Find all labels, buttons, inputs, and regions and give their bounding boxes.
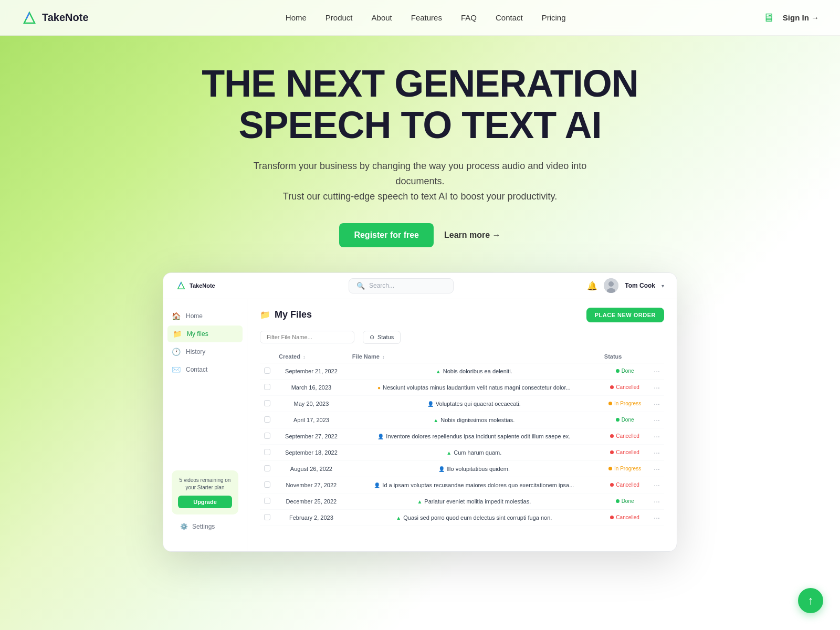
upgrade-text: 5 videos remaining on your Starter plan xyxy=(178,477,232,491)
nav-right: 🖥 Sign In → xyxy=(763,11,819,25)
nav-faq[interactable]: FAQ xyxy=(461,13,477,22)
svg-line-3 xyxy=(179,282,181,287)
nav-pricing[interactable]: Pricing xyxy=(542,13,566,22)
row-created: September 27, 2022 xyxy=(275,428,348,444)
row-actions[interactable]: ··· xyxy=(649,395,664,412)
logo-text: TakeNote xyxy=(42,12,89,24)
app-mockup-wrapper: TakeNote 🔍 Search... 🔔 Tom Co xyxy=(0,272,840,552)
row-checkbox[interactable] xyxy=(260,428,275,444)
learn-more-button[interactable]: Learn more → xyxy=(444,230,501,240)
nav-home[interactable]: Home xyxy=(286,13,307,22)
col-checkbox xyxy=(260,350,275,363)
row-actions[interactable]: ··· xyxy=(649,428,664,444)
row-actions[interactable]: ··· xyxy=(649,509,664,526)
folder-icon: 📁 xyxy=(173,330,182,338)
row-actions[interactable]: ··· xyxy=(649,412,664,428)
table-row: December 25, 2022 ▲Pariatur eveniet moli… xyxy=(260,493,664,509)
row-checkbox[interactable] xyxy=(260,493,275,509)
table-row: April 17, 2023 ▲Nobis dignissimos molest… xyxy=(260,412,664,428)
col-status: Status xyxy=(600,350,649,363)
svg-marker-0 xyxy=(24,13,35,23)
nav-features[interactable]: Features xyxy=(411,13,442,22)
nav-product[interactable]: Product xyxy=(326,13,353,22)
sidebar-item-settings[interactable]: ⚙️ Settings xyxy=(172,519,238,534)
upgrade-box: 5 videos remaining on your Starter plan … xyxy=(172,470,238,514)
row-actions[interactable]: ··· xyxy=(649,493,664,509)
scroll-up-fab[interactable]: ↑ xyxy=(798,588,823,613)
row-actions[interactable]: ··· xyxy=(649,460,664,477)
filter-circle-icon: ⊙ xyxy=(370,334,374,341)
row-filename: 👤Illo volupitatibus quidem. xyxy=(348,460,600,477)
page-title-text: My Files xyxy=(275,309,312,320)
row-actions[interactable]: ··· xyxy=(649,444,664,460)
row-status: Cancelled xyxy=(600,509,649,526)
row-status: In Progress xyxy=(600,395,649,412)
sidebar-item-history[interactable]: 🕐 History xyxy=(163,343,247,360)
row-checkbox[interactable] xyxy=(260,363,275,379)
nav-links: Home Product About Features FAQ Contact … xyxy=(286,13,566,22)
col-filename[interactable]: File Name ↕ xyxy=(348,350,600,363)
place-order-button[interactable]: PLACE NEW ORDER xyxy=(586,308,664,322)
row-created: April 17, 2023 xyxy=(275,412,348,428)
row-checkbox[interactable] xyxy=(260,379,275,395)
row-created: September 21, 2022 xyxy=(275,363,348,379)
row-checkbox[interactable] xyxy=(260,444,275,460)
mockup-logo: TakeNote xyxy=(176,280,215,291)
sidebar-history-label: History xyxy=(186,348,205,355)
main-header: 📁 My Files PLACE NEW ORDER xyxy=(260,308,664,322)
history-icon: 🕐 xyxy=(172,348,181,356)
register-button[interactable]: Register for free xyxy=(339,223,434,247)
row-checkbox[interactable] xyxy=(260,395,275,412)
settings-icon: ⚙️ xyxy=(180,523,188,530)
sidebar-item-myfiles[interactable]: 📁 My files xyxy=(167,326,243,342)
row-filename: ●Nesciunt voluptas minus laudantium veli… xyxy=(348,379,600,395)
table-row: September 18, 2022 ▲Cum harum quam. Canc… xyxy=(260,444,664,460)
row-checkbox[interactable] xyxy=(260,412,275,428)
row-checkbox[interactable] xyxy=(260,509,275,526)
mockup-search[interactable]: 🔍 Search... xyxy=(349,278,454,293)
nav-contact[interactable]: Contact xyxy=(496,13,523,22)
home-icon: 🏠 xyxy=(172,312,181,320)
sidebar-item-home[interactable]: 🏠 Home xyxy=(163,308,247,324)
row-created: November 27, 2022 xyxy=(275,477,348,493)
mockup-main: 📁 My Files PLACE NEW ORDER ⊙ Status xyxy=(247,299,677,551)
row-status: Done xyxy=(600,412,649,428)
signin-link[interactable]: Sign In → xyxy=(783,13,819,22)
filter-filename-input[interactable] xyxy=(260,331,354,343)
monitor-icon: 🖥 xyxy=(763,11,774,25)
sidebar-contact-label: Contact xyxy=(186,366,207,373)
sidebar-nav-items: 🏠 Home 📁 My files 🕐 History ✉️ xyxy=(163,308,247,378)
svg-point-5 xyxy=(608,281,614,287)
table-row: September 27, 2022 👤Inventore dolores re… xyxy=(260,428,664,444)
filter-status-dropdown[interactable]: ⊙ Status xyxy=(363,331,401,344)
nav-about[interactable]: About xyxy=(372,13,392,22)
row-status: Cancelled xyxy=(600,444,649,460)
table-row: March 16, 2023 ●Nesciunt voluptas minus … xyxy=(260,379,664,395)
hero-subtitle: Transform your business by changing the … xyxy=(242,159,598,204)
row-created: March 16, 2023 xyxy=(275,379,348,395)
row-status: Done xyxy=(600,363,649,379)
logo[interactable]: TakeNote xyxy=(21,9,89,26)
avatar xyxy=(604,278,618,293)
sidebar-item-contact[interactable]: ✉️ Contact xyxy=(163,361,247,378)
folder-page-icon: 📁 xyxy=(260,310,270,320)
sidebar-myfiles-label: My files xyxy=(187,330,208,338)
navbar: TakeNote Home Product About Features FAQ… xyxy=(0,0,840,36)
row-checkbox[interactable] xyxy=(260,460,275,477)
filter-status-label: Status xyxy=(377,334,394,340)
upgrade-button[interactable]: Upgrade xyxy=(178,496,232,508)
mockup-topbar: TakeNote 🔍 Search... 🔔 Tom Co xyxy=(163,273,677,299)
col-created[interactable]: Created ↕ xyxy=(275,350,348,363)
row-actions[interactable]: ··· xyxy=(649,477,664,493)
row-created: September 18, 2022 xyxy=(275,444,348,460)
sidebar-home-label: Home xyxy=(186,312,203,320)
row-actions[interactable]: ··· xyxy=(649,379,664,395)
row-filename: 👤Voluptates qui quaerat occaecati. xyxy=(348,395,600,412)
bell-icon[interactable]: 🔔 xyxy=(587,281,597,291)
row-created: December 25, 2022 xyxy=(275,493,348,509)
row-checkbox[interactable] xyxy=(260,477,275,493)
table-row: May 20, 2023 👤Voluptates qui quaerat occ… xyxy=(260,395,664,412)
row-actions[interactable]: ··· xyxy=(649,363,664,379)
row-status: Cancelled xyxy=(600,379,649,395)
row-filename: ▲Nobis dignissimos molestias. xyxy=(348,412,600,428)
